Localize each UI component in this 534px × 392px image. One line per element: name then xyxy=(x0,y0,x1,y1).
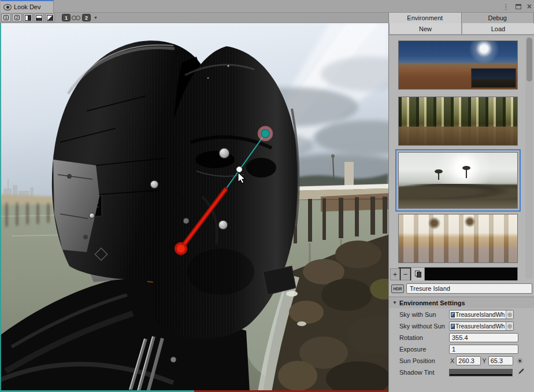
sky-with-sun-object-field[interactable]: TreasureIslandWh ◎ xyxy=(449,310,514,319)
maximize-icon[interactable] xyxy=(516,4,521,9)
camera-1-button[interactable]: 1 xyxy=(62,14,71,21)
foldout-arrow-icon: ▼ xyxy=(392,300,397,305)
rotation-input[interactable]: 355.4 xyxy=(449,333,518,342)
environment-panel: New Load xyxy=(388,23,534,392)
copy-icon xyxy=(415,271,421,278)
thumbnail-scrollbar-thumb[interactable] xyxy=(526,38,532,82)
hdri-thumbnail-treasure-island-selected[interactable] xyxy=(395,149,521,212)
lookdev-eye-icon xyxy=(3,4,12,10)
link-cameras-icon[interactable] xyxy=(72,15,81,21)
window-tab-title: Look Dev xyxy=(14,3,40,10)
panel-tab-strip: Environment Debug xyxy=(388,13,534,23)
window-menu-icon[interactable]: ⋮ xyxy=(502,3,510,10)
add-environment-button[interactable]: + xyxy=(390,268,400,280)
diagonal-split-icon xyxy=(47,15,53,21)
cubemap-icon xyxy=(451,312,455,317)
sun-pick-icon[interactable]: ☀ xyxy=(517,357,524,365)
hdri-thumbnail-church-interior[interactable] xyxy=(398,214,518,263)
hdri-thumbnail-list xyxy=(389,35,534,280)
camera-dropdown-arrow-icon[interactable]: ▼ xyxy=(92,16,99,20)
title-bar: Look Dev ⋮ × xyxy=(0,0,534,13)
tab-look-dev[interactable]: Look Dev xyxy=(1,0,54,13)
object-picker-icon[interactable]: ◎ xyxy=(506,321,513,331)
viewport-scene xyxy=(0,23,388,392)
new-button[interactable]: New xyxy=(389,23,462,35)
sun-position-x-label: X xyxy=(450,357,454,364)
sun-position-label: Sun Position xyxy=(389,357,449,364)
sun-position-x-input[interactable]: 260.3 xyxy=(456,356,481,365)
shadow-tint-swatch[interactable] xyxy=(449,369,513,376)
eyedropper-icon[interactable] xyxy=(517,368,524,377)
split-view-button[interactable] xyxy=(34,13,44,22)
gizmo-white-handle xyxy=(237,167,242,172)
tab-debug[interactable]: Debug xyxy=(462,13,534,23)
camera-2-button[interactable]: 2 xyxy=(82,14,91,21)
thumbnail-scrollbar[interactable] xyxy=(525,36,533,279)
load-button[interactable]: Load xyxy=(462,23,534,35)
exposure-label: Exposure xyxy=(389,346,449,353)
sky-without-sun-label: Sky without Sun xyxy=(389,323,449,330)
duplicate-environment-button[interactable] xyxy=(411,267,425,280)
vertical-split-icon xyxy=(25,15,31,21)
hdri-thumbnail-sunny-outback[interactable] xyxy=(398,40,518,90)
zone-view-button[interactable] xyxy=(45,13,55,22)
lookdev-toolbar: 1 2 1 2 ▼ xyxy=(0,13,388,23)
cubemap-icon xyxy=(451,324,455,329)
hdr-badge: HDR xyxy=(391,284,404,293)
object-picker-icon[interactable]: ◎ xyxy=(506,310,513,319)
hdri-thumbnail-forest[interactable] xyxy=(398,97,518,146)
lookdev-viewport[interactable] xyxy=(0,23,388,392)
single-view-2-button[interactable]: 2 xyxy=(12,13,22,22)
rotation-label: Rotation xyxy=(389,334,449,341)
single-view-1-button[interactable]: 1 xyxy=(1,13,11,22)
lookdev-window: Look Dev ⋮ × 1 2 1 2 ▼ Environment Debug xyxy=(0,0,534,392)
sky-with-sun-label: Sky with Sun xyxy=(389,311,449,318)
environment-settings-header[interactable]: ▼ Environment Settings xyxy=(389,297,534,308)
horizontal-split-icon xyxy=(36,15,42,21)
hdri-inset-without-sun xyxy=(471,68,516,88)
remove-environment-button[interactable]: − xyxy=(400,268,410,280)
exposure-input[interactable]: 1 xyxy=(449,345,518,354)
side-by-side-view-button[interactable] xyxy=(23,13,33,22)
environment-name-input[interactable]: Tresure Island xyxy=(406,283,532,294)
tab-environment[interactable]: Environment xyxy=(389,13,462,23)
sun-position-y-input[interactable]: 65.3 xyxy=(488,356,513,365)
close-icon[interactable]: × xyxy=(527,2,532,10)
gizmo-sun-handle xyxy=(261,130,269,138)
sun-position-y-label: Y xyxy=(482,357,486,364)
shadow-tint-label: Shadow Tint xyxy=(389,369,449,376)
sky-without-sun-object-field[interactable]: TreasureIslandWh ◎ xyxy=(449,321,514,331)
